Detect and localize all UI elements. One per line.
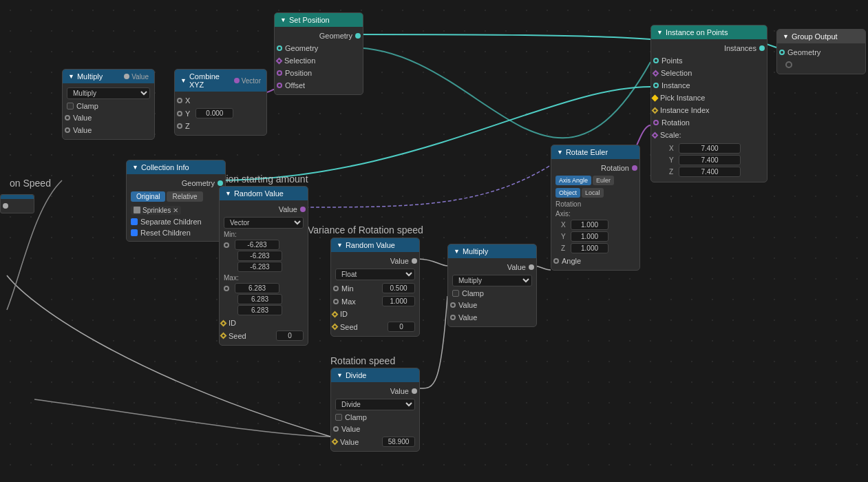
re-z-input[interactable] [571, 243, 608, 253]
mv-type-dropdown[interactable]: Multiply [452, 275, 532, 286]
ci-geo-socket[interactable] [218, 180, 223, 186]
set-pos-offset-socket[interactable] [277, 83, 282, 88]
iop-pick-socket[interactable] [652, 94, 659, 101]
rv-main-seed-input[interactable] [276, 331, 304, 341]
re-mode-row: Axis Angle Euler [551, 174, 639, 187]
multiply-arrow: ▼ [68, 73, 74, 80]
multiply-val2-label: Value [73, 126, 92, 134]
set-pos-geo-in-socket[interactable] [277, 45, 282, 51]
multiply-clamp-checkbox[interactable] [67, 103, 74, 109]
set-pos-pos-socket[interactable] [277, 70, 282, 76]
ci-relative-btn[interactable]: Relative [167, 191, 202, 202]
ci-tag-close[interactable]: ✕ [173, 207, 178, 214]
ci-sep-checkbox[interactable] [131, 218, 138, 225]
rv-max1-input[interactable] [235, 283, 279, 293]
mv-val-socket[interactable] [529, 264, 534, 270]
iop-sel-socket[interactable] [653, 70, 659, 76]
div-body: Value Divide Clamp Value Value [331, 382, 419, 451]
rv-max3-input[interactable] [237, 305, 282, 315]
ci-body: Geometry Original Relative Sprinkles ✕ S… [127, 174, 225, 241]
rv-max2-input[interactable] [237, 294, 282, 304]
ci-original-btn[interactable]: Original [131, 191, 165, 202]
iop-points-socket[interactable] [653, 58, 659, 63]
re-x-input[interactable] [571, 220, 608, 230]
ci-reset-checkbox[interactable] [131, 229, 138, 236]
div-val2-input[interactable] [382, 437, 415, 447]
iop-scale-y-input[interactable] [679, 155, 741, 165]
combine-y-input[interactable] [195, 108, 233, 118]
re-object-btn[interactable]: Object [555, 188, 580, 198]
set-pos-sel-socket[interactable] [276, 57, 283, 64]
re-y-input[interactable] [571, 231, 608, 242]
rv-main-type-dropdown[interactable]: Vector [224, 217, 304, 229]
re-angle-socket[interactable] [553, 258, 559, 264]
multiply-val1-socket[interactable] [65, 115, 70, 120]
rv-main-val-socket[interactable] [300, 207, 306, 212]
iop-sel-label: Selection [661, 69, 692, 77]
div-val1-socket[interactable] [333, 426, 339, 432]
rv-var-max-socket[interactable] [333, 299, 339, 304]
combine-z-socket[interactable] [177, 123, 182, 129]
rv-max1-socket[interactable] [224, 286, 229, 291]
set-pos-geo-out-socket[interactable] [355, 33, 361, 39]
mv-clamp-checkbox[interactable] [452, 290, 459, 297]
iop-scale-socket[interactable] [652, 132, 659, 138]
combine-y-label: Y [185, 109, 190, 118]
iop-scale-x-input[interactable] [679, 143, 741, 154]
iop-index-socket[interactable] [652, 107, 659, 114]
multiply-operation-dropdown[interactable]: Multiply [67, 87, 150, 99]
rv-min3-input[interactable] [237, 262, 282, 272]
re-angle-row: Angle [551, 255, 639, 267]
iop-instances-socket[interactable] [759, 45, 765, 51]
instance-on-points-header: ▼ Instance on Points [651, 25, 767, 39]
set-pos-arrow: ▼ [280, 17, 286, 23]
mv-val-label: Value [507, 263, 526, 271]
rv-var-type-dropdown[interactable]: Float [335, 269, 415, 280]
iop-scale-label-row: Scale: [651, 129, 767, 141]
rv-min2-input[interactable] [237, 251, 282, 261]
rv-main-min-label: Min: [220, 230, 308, 239]
div-val2-socket[interactable] [332, 439, 339, 446]
combine-x-socket[interactable] [177, 98, 182, 103]
re-axis-label: Axis: [551, 209, 639, 218]
re-rot-socket[interactable] [632, 165, 637, 171]
iop-instance-socket[interactable] [653, 83, 659, 88]
rv-main-seed-socket[interactable] [220, 333, 227, 339]
rv-var-max-input[interactable] [382, 296, 415, 306]
div-val-socket[interactable] [412, 388, 417, 394]
combine-y-socket[interactable] [177, 111, 182, 116]
mv-val2-socket[interactable] [450, 315, 456, 320]
rv-var-val-socket[interactable] [412, 258, 417, 264]
iop-scale-z-input[interactable] [679, 167, 741, 177]
set-pos-geo-out-label: Geometry [319, 32, 352, 40]
ci-arrow: ▼ [132, 164, 138, 171]
combine-x-row: X [175, 94, 266, 107]
random-value-variance-node: ▼ Random Value Value Float Min Max ID [330, 238, 420, 337]
rv-main-id-socket[interactable] [220, 319, 227, 326]
rv-var-min-socket[interactable] [333, 286, 339, 291]
rv-min1-socket[interactable] [224, 242, 229, 248]
mv-val1-socket[interactable] [450, 302, 456, 308]
div-type-dropdown[interactable]: Divide [335, 399, 415, 410]
rv-var-seed-label: Seed [340, 323, 358, 331]
iop-points-label: Points [661, 56, 683, 65]
re-axis-angle-btn[interactable]: Axis Angle [555, 176, 591, 185]
multiply-value-out[interactable] [124, 74, 129, 79]
multiply-variance-node: ▼ Multiply Value Multiply Clamp Value Va… [447, 244, 537, 327]
rv-min1-input[interactable] [235, 240, 279, 250]
mv-body: Value Multiply Clamp Value Value [448, 258, 536, 326]
rv-var-seed-input[interactable] [388, 322, 415, 332]
re-euler-btn[interactable]: Euler [593, 176, 614, 185]
div-clamp-checkbox[interactable] [335, 414, 342, 421]
combine-vector-out[interactable] [234, 78, 240, 83]
go-circle-socket[interactable] [785, 61, 792, 68]
rv-var-min-input[interactable] [382, 283, 415, 293]
re-arrow: ▼ [557, 149, 563, 156]
multiply-val2-socket[interactable] [65, 127, 70, 133]
iop-rotation-socket[interactable] [653, 120, 659, 125]
rv-var-id-socket[interactable] [332, 311, 339, 317]
rv-var-seed-socket[interactable] [332, 324, 339, 331]
rv-main-type-row: Vector [220, 216, 308, 230]
re-local-btn[interactable]: Local [582, 188, 604, 198]
go-geo-socket[interactable] [779, 50, 785, 55]
